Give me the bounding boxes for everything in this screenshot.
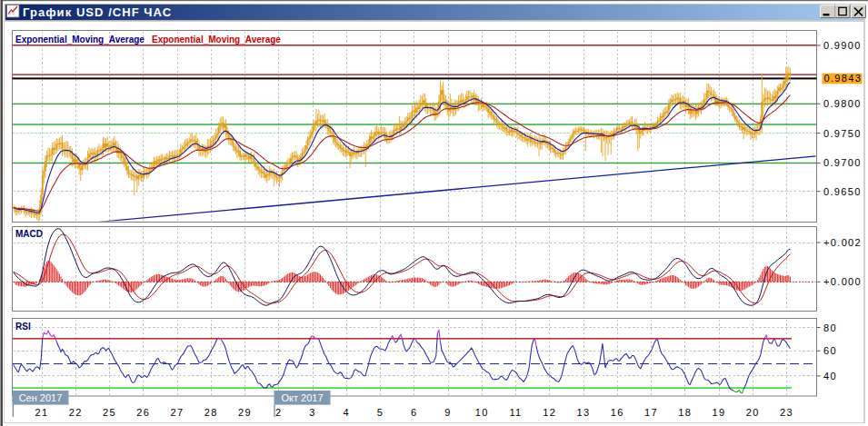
svg-text:Окт 2017: Окт 2017 <box>281 392 323 403</box>
svg-text:11: 11 <box>509 407 522 418</box>
svg-text:+0.000: +0.000 <box>823 276 862 287</box>
svg-text:0.9800: 0.9800 <box>823 98 862 109</box>
svg-text:23: 23 <box>780 407 793 418</box>
svg-text:80: 80 <box>823 322 837 333</box>
svg-text:График USD /CHF ЧАС: График USD /CHF ЧАС <box>23 5 172 19</box>
svg-text:6: 6 <box>411 407 417 418</box>
svg-text:40: 40 <box>823 371 837 381</box>
svg-text:10: 10 <box>475 407 489 418</box>
svg-text:0.9900: 0.9900 <box>823 40 862 51</box>
svg-text:Exponential_Moving_Average: Exponential_Moving_Average <box>152 35 281 45</box>
svg-text:18: 18 <box>678 407 692 418</box>
svg-text:Exponential_Moving_Average: Exponential_Moving_Average <box>15 35 145 45</box>
svg-text:9: 9 <box>444 407 451 418</box>
svg-text:13: 13 <box>577 407 591 418</box>
svg-text:25: 25 <box>103 407 116 418</box>
svg-text:0.9700: 0.9700 <box>823 157 862 168</box>
svg-text:2: 2 <box>275 407 282 418</box>
svg-text:+0.002: +0.002 <box>823 237 862 248</box>
svg-text:27: 27 <box>171 407 185 418</box>
svg-text:0.9750: 0.9750 <box>823 128 862 139</box>
svg-text:5: 5 <box>377 407 384 418</box>
svg-text:0.9843: 0.9843 <box>824 73 863 84</box>
svg-text:MACD: MACD <box>15 229 43 239</box>
svg-text:60: 60 <box>823 345 837 356</box>
svg-text:12: 12 <box>543 407 556 418</box>
svg-text:Сен 2017: Сен 2017 <box>19 392 63 403</box>
svg-text:28: 28 <box>205 407 218 418</box>
svg-text:0.9650: 0.9650 <box>823 186 862 197</box>
svg-text:4: 4 <box>344 407 350 418</box>
svg-text:20: 20 <box>746 407 760 418</box>
svg-text:16: 16 <box>611 407 624 418</box>
svg-text:22: 22 <box>69 407 83 418</box>
svg-text:21: 21 <box>35 407 49 418</box>
svg-text:17: 17 <box>644 407 658 418</box>
svg-text:26: 26 <box>136 407 150 418</box>
svg-text:RSI: RSI <box>15 322 31 332</box>
svg-text:19: 19 <box>713 407 726 418</box>
svg-text:29: 29 <box>238 407 252 418</box>
svg-text:3: 3 <box>309 407 315 418</box>
